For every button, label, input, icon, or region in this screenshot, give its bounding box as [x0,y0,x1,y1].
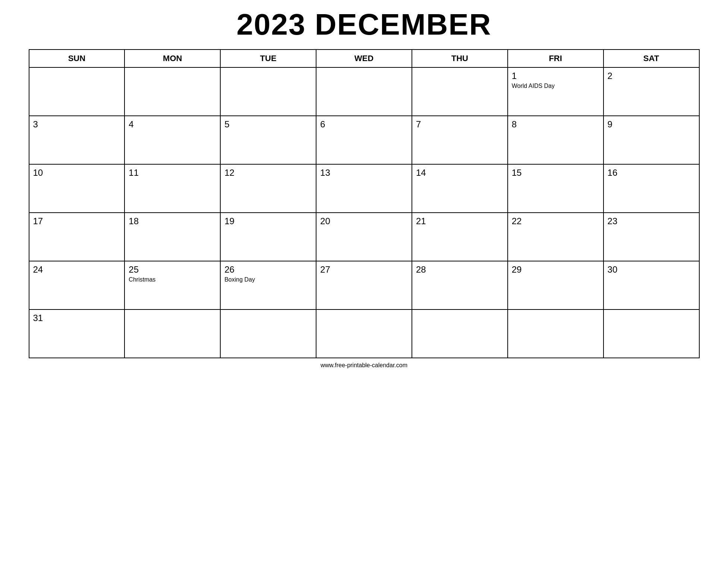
calendar-cell: 17 [29,213,125,261]
day-number: 30 [608,264,695,275]
day-number: 8 [512,119,599,130]
calendar-week-2: 3456789 [29,116,699,164]
calendar-cell: 30 [603,261,699,309]
day-number: 29 [512,264,599,275]
day-number: 21 [416,216,504,226]
calendar-cell: 19 [220,213,316,261]
calendar-cell: 25Christmas [125,261,220,309]
calendar-cell: 12 [220,164,316,213]
calendar-cell [125,309,220,358]
weekday-header-mon: MON [125,50,220,67]
day-number: 11 [129,168,216,178]
day-number: 25 [129,264,216,275]
weekday-header-row: SUNMONTUEWEDTHUFRISAT [29,50,699,67]
calendar-cell: 26Boxing Day [220,261,316,309]
calendar-cell: 31 [29,309,125,358]
calendar-cell [603,309,699,358]
weekday-header-wed: WED [316,50,412,67]
day-number: 12 [224,168,312,178]
calendar-cell: 7 [412,116,508,164]
calendar-cell: 15 [508,164,603,213]
calendar-table: SUNMONTUEWEDTHUFRISAT 1World AIDS Day234… [29,49,700,358]
day-number: 6 [320,119,408,130]
calendar-cell: 11 [125,164,220,213]
day-number: 17 [33,216,121,226]
calendar-cell: 1World AIDS Day [508,67,603,116]
calendar-cell: 5 [220,116,316,164]
weekday-header-sat: SAT [603,50,699,67]
day-number: 5 [224,119,312,130]
calendar-cell: 18 [125,213,220,261]
calendar-cell [220,67,316,116]
calendar-week-6: 31 [29,309,699,358]
weekday-header-sun: SUN [29,50,125,67]
day-number: 26 [224,264,312,275]
weekday-header-tue: TUE [220,50,316,67]
day-number: 19 [224,216,312,226]
calendar-cell [125,67,220,116]
calendar-cell [220,309,316,358]
calendar-cell [316,67,412,116]
calendar-week-3: 10111213141516 [29,164,699,213]
day-number: 28 [416,264,504,275]
calendar-title: 2023 DECEMBER [29,7,700,42]
day-number: 4 [129,119,216,130]
day-event: Boxing Day [224,276,312,283]
day-number: 1 [512,71,599,81]
day-number: 10 [33,168,121,178]
calendar-cell: 21 [412,213,508,261]
calendar-cell [412,309,508,358]
day-number: 23 [608,216,695,226]
calendar-cell [29,67,125,116]
calendar-cell: 29 [508,261,603,309]
weekday-header-thu: THU [412,50,508,67]
calendar-cell: 8 [508,116,603,164]
day-number: 20 [320,216,408,226]
day-number: 9 [608,119,695,130]
calendar-cell: 9 [603,116,699,164]
footer-url: www.free-printable-calendar.com [29,362,700,369]
calendar-cell: 20 [316,213,412,261]
day-number: 27 [320,264,408,275]
day-number: 24 [33,264,121,275]
day-number: 22 [512,216,599,226]
calendar-cell: 6 [316,116,412,164]
day-event: World AIDS Day [512,83,599,89]
weekday-header-fri: FRI [508,50,603,67]
calendar-cell: 27 [316,261,412,309]
calendar-cell: 4 [125,116,220,164]
calendar-cell: 3 [29,116,125,164]
page-container: 2023 DECEMBER SUNMONTUEWEDTHUFRISAT 1Wor… [29,7,700,369]
calendar-cell: 14 [412,164,508,213]
day-number: 2 [608,71,695,81]
day-number: 3 [33,119,121,130]
calendar-cell: 24 [29,261,125,309]
day-number: 16 [608,168,695,178]
calendar-cell [508,309,603,358]
day-number: 31 [33,313,121,323]
calendar-cell [316,309,412,358]
calendar-cell: 13 [316,164,412,213]
day-number: 14 [416,168,504,178]
day-number: 13 [320,168,408,178]
calendar-cell: 16 [603,164,699,213]
day-event: Christmas [129,276,216,283]
calendar-cell: 23 [603,213,699,261]
calendar-cell: 10 [29,164,125,213]
day-number: 7 [416,119,504,130]
calendar-cell: 28 [412,261,508,309]
calendar-week-5: 2425Christmas26Boxing Day27282930 [29,261,699,309]
calendar-week-4: 17181920212223 [29,213,699,261]
day-number: 15 [512,168,599,178]
calendar-cell: 22 [508,213,603,261]
calendar-week-1: 1World AIDS Day2 [29,67,699,116]
day-number: 18 [129,216,216,226]
calendar-cell [412,67,508,116]
calendar-cell: 2 [603,67,699,116]
